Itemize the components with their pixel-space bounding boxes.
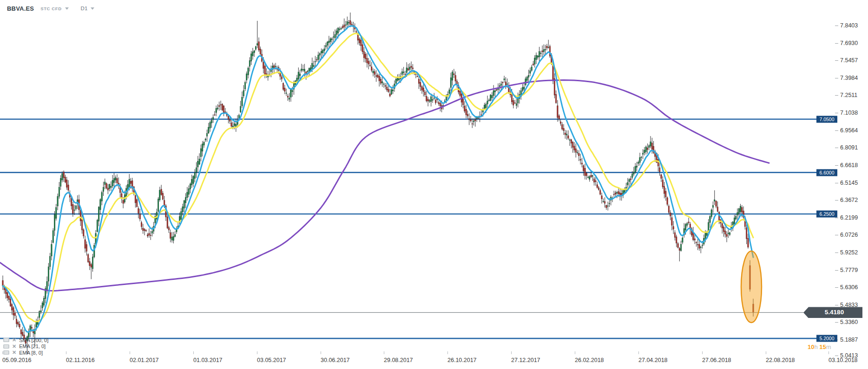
- price-tick-mark: [835, 235, 838, 235]
- price-tick-mark: [835, 200, 838, 201]
- legend-remove-icon[interactable]: ✕: [12, 344, 16, 349]
- date-tick-mark: [66, 351, 66, 354]
- date-tick-label: 27.12.2017: [511, 357, 540, 363]
- price-tick-mark: [835, 60, 838, 61]
- indicator-legend: ✕SMA [200, 0]✕EMA [21, 0]✕EMA [8, 0]: [3, 337, 48, 356]
- price-tick-label: 6.3672: [840, 197, 858, 203]
- current-price-badge: 5.4180: [803, 307, 862, 318]
- price-tick-label: 6.9564: [840, 127, 858, 134]
- price-tick-label: 6.0726: [840, 232, 858, 238]
- price-tick-label: 7.8403: [840, 22, 858, 29]
- price-tick-mark: [835, 148, 838, 148]
- price-tick-mark: [835, 322, 838, 323]
- price-tick-label: 6.5145: [840, 180, 858, 186]
- date-tick-label: 30.06.2017: [321, 357, 350, 363]
- date-tick-label: 03.10.2018: [829, 357, 858, 363]
- date-tick-mark: [575, 351, 575, 354]
- date-tick-mark: [384, 351, 384, 354]
- candle-countdown-timer: 10h 15m: [808, 343, 831, 350]
- chevron-down-icon: [91, 7, 94, 10]
- price-level-badge[interactable]: 6.6000: [816, 169, 837, 176]
- date-tick-mark: [257, 351, 257, 354]
- price-tick-mark: [835, 356, 838, 356]
- legend-label: EMA [8, 0]: [19, 350, 43, 356]
- date-tick-label: 27.04.2018: [638, 357, 668, 363]
- date-tick-mark: [702, 351, 703, 354]
- legend-label: EMA [21, 0]: [19, 343, 46, 349]
- date-tick-mark: [638, 351, 639, 354]
- date-tick-label: 29.08.2017: [384, 357, 413, 363]
- price-tick-mark: [835, 26, 838, 26]
- price-tick-label: 6.8091: [840, 144, 858, 151]
- countdown-hours-unit: h: [814, 343, 819, 350]
- legend-remove-icon[interactable]: ✕: [12, 338, 16, 342]
- price-tick-mark: [835, 287, 838, 288]
- date-tick-mark: [321, 351, 321, 354]
- candles-layer: [2, 13, 754, 354]
- price-tick-label: 5.9252: [840, 249, 858, 256]
- price-tick-label: 5.1887: [840, 337, 858, 343]
- price-tick-mark: [835, 165, 838, 166]
- price-level-badge[interactable]: 6.2500: [816, 211, 837, 218]
- price-tick-label: 6.2199: [840, 214, 858, 221]
- indicator-legend-row: ✕EMA [8, 0]: [3, 350, 48, 356]
- price-tick-label: 6.6618: [840, 162, 858, 168]
- candlestick-chart-canvas[interactable]: [0, 0, 868, 369]
- price-tick-label: 7.6930: [840, 40, 858, 46]
- symbol-title: BBVA.ES: [7, 5, 34, 12]
- market-selector[interactable]: STC CFD: [34, 6, 68, 11]
- chevron-down-icon: [65, 7, 69, 10]
- price-tick-mark: [835, 183, 838, 183]
- market-label: STC CFD: [40, 6, 61, 11]
- countdown-minutes-unit: m: [826, 343, 831, 350]
- price-level-badge[interactable]: 5.2000: [816, 335, 837, 342]
- timeframe-label: D1: [81, 6, 88, 11]
- price-tick-label: 7.1038: [840, 110, 858, 116]
- legend-settings-icon[interactable]: [3, 338, 9, 342]
- date-tick-mark: [447, 351, 448, 354]
- date-tick-label: 22.08.2018: [766, 357, 795, 363]
- price-tick-mark: [835, 252, 838, 253]
- date-tick-label: 27.06.2018: [702, 357, 731, 363]
- price-tick-mark: [835, 43, 838, 44]
- legend-settings-icon[interactable]: [3, 344, 9, 349]
- date-tick-label: 02.01.2017: [130, 357, 159, 363]
- date-tick-mark: [766, 351, 766, 354]
- legend-label: SMA [200, 0]: [19, 337, 48, 343]
- price-tick-label: 5.7779: [840, 267, 858, 273]
- price-tick-label: 7.3984: [840, 75, 858, 81]
- date-tick-label: 26.10.2017: [447, 357, 477, 363]
- date-tick-mark: [511, 351, 512, 354]
- price-tick-mark: [835, 95, 838, 96]
- legend-remove-icon[interactable]: ✕: [12, 350, 16, 355]
- indicator-legend-row: ✕SMA [200, 0]: [3, 337, 48, 343]
- date-tick-label: 05.09.2016: [2, 357, 32, 363]
- date-tick-label: 03.05.2017: [257, 357, 286, 363]
- trading-chart-window: BBVA.ES STC CFD D1 7.84037.69307.54577.3…: [0, 0, 868, 369]
- date-tick-mark: [193, 351, 194, 354]
- price-tick-mark: [835, 305, 838, 305]
- price-tick-mark: [835, 270, 838, 271]
- date-tick-mark: [130, 351, 130, 354]
- legend-settings-icon[interactable]: [3, 350, 9, 355]
- indicator-legend-row: ✕EMA [21, 0]: [3, 343, 48, 350]
- price-tick-label: 7.5457: [840, 57, 858, 64]
- date-tick-label: 02.11.2016: [66, 357, 95, 363]
- countdown-minutes: 15: [819, 343, 826, 350]
- countdown-hours: 10: [808, 343, 814, 350]
- price-tick-mark: [835, 78, 838, 78]
- date-tick-label: 26.02.2018: [575, 357, 604, 363]
- date-tick-mark: [2, 351, 3, 354]
- price-tick-label: 5.3360: [840, 319, 858, 325]
- highlight-ellipse-annotation[interactable]: [741, 251, 762, 323]
- chart-header: BBVA.ES STC CFD D1: [7, 4, 94, 13]
- timeframe-selector[interactable]: D1: [69, 6, 95, 11]
- date-tick-label: 01.03.2017: [193, 357, 223, 363]
- price-tick-mark: [835, 218, 838, 218]
- price-tick-mark: [835, 130, 838, 131]
- price-tick-label: 7.2511: [840, 92, 857, 98]
- price-tick-label: 5.6306: [840, 284, 858, 291]
- price-tick-mark: [835, 113, 838, 113]
- date-tick-mark: [829, 351, 829, 354]
- price-level-badge[interactable]: 7.0500: [816, 116, 837, 123]
